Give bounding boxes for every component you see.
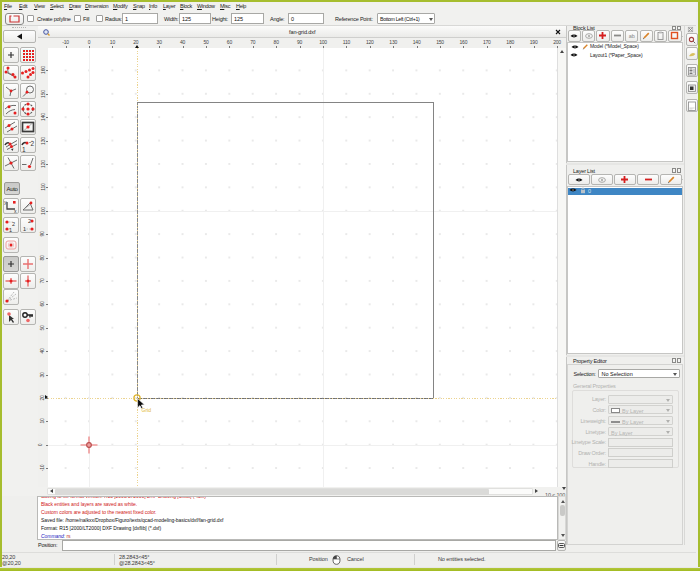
svg-text:1: 1 <box>9 227 12 233</box>
svg-text:2: 2 <box>28 218 31 224</box>
svg-text:2: 2 <box>12 221 15 227</box>
svg-text:2: 2 <box>31 140 35 147</box>
svg-text:Grid: Grid <box>142 407 152 413</box>
svg-text:1: 1 <box>22 146 26 153</box>
svg-text:x: x <box>14 208 17 214</box>
svg-text:1: 1 <box>23 226 26 232</box>
